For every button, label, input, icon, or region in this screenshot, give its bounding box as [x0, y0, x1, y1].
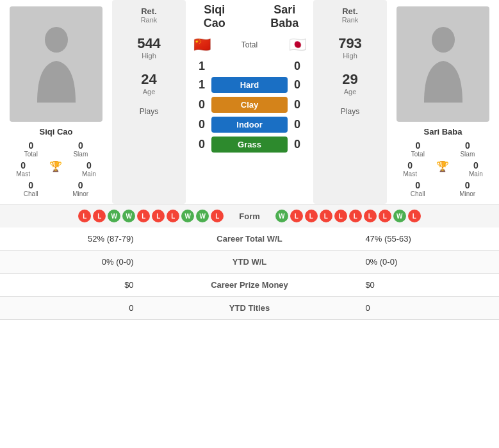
player2-plays-section: Plays	[341, 107, 359, 116]
player2-main: 0 Main	[469, 160, 483, 178]
player1-stats: 0 Total 0 Slam 0 Mast 🏆	[6, 140, 106, 197]
form-badge: L	[408, 210, 421, 222]
form-badge: L	[167, 210, 179, 222]
player1-main: 0 Main	[82, 160, 96, 178]
stat-center-label: Career Prize Money	[143, 274, 356, 297]
indoor-left: 0	[192, 118, 211, 131]
clay-btn[interactable]: Clay	[211, 97, 288, 113]
player2-slam: 0 Slam	[460, 140, 475, 158]
table-row: $0Career Prize Money$0	[0, 274, 499, 297]
form-badge: L	[334, 210, 347, 222]
player1-trophy: 🏆	[49, 160, 62, 178]
player2-high-section: 793 High	[338, 35, 362, 60]
form-badge: L	[152, 210, 165, 222]
player1-rank-section: Ret. Rank	[141, 6, 158, 24]
form-badge: W	[108, 210, 120, 222]
player1-card: Siqi Cao 0 Total 0 Slam 0 Mast	[0, 0, 112, 204]
player1-slam: 0 Slam	[73, 140, 88, 158]
stat-right-value: 0% (0-0)	[356, 251, 499, 274]
flags-row: 🇨🇳 Total 🇯🇵	[192, 37, 307, 53]
player2-name: Sari Baba	[424, 127, 462, 137]
indoor-score-row: 0 Indoor 0	[192, 117, 307, 133]
total-left: 1	[192, 60, 211, 73]
grass-right: 0	[288, 138, 307, 151]
hard-btn[interactable]: Hard	[211, 77, 288, 93]
player1-avatar	[10, 6, 102, 122]
form-badge: W	[275, 210, 288, 222]
player1-chall: 0 Chall	[24, 180, 38, 197]
player2-age-section: 29 Age	[342, 71, 357, 95]
svg-point-1	[432, 27, 455, 53]
form-badge: L	[78, 210, 91, 222]
hard-score-row: 1 Hard 0	[192, 77, 307, 93]
form-badge: W	[393, 210, 406, 222]
main-container: Siqi Cao 0 Total 0 Slam 0 Mast	[0, 0, 499, 320]
form-badge: W	[181, 210, 194, 222]
player1-stat-row2: 0 Mast 🏆 0 Main	[6, 160, 106, 178]
player1-flag: 🇨🇳	[192, 37, 211, 53]
form-badge: W	[196, 210, 209, 222]
player1-stat-row1: 0 Total 0 Slam	[6, 140, 106, 158]
player2-form-badges: WLLLLLLLWL	[275, 210, 489, 222]
player1-total: 0 Total	[24, 140, 38, 158]
form-badge: L	[364, 210, 377, 222]
player1-form-badges: LLWWLLLWWL	[10, 210, 224, 222]
stat-center-label: YTD Titles	[143, 297, 356, 320]
player2-avatar	[397, 6, 489, 122]
player1-center-name: Siqi Cao	[192, 3, 237, 30]
form-section: LLWWLLLWWL Form WLLLLLLLWL	[0, 204, 499, 228]
clay-left: 0	[192, 98, 211, 112]
center-area: Siqi Cao Sari Baba 🇨🇳 Total 🇯🇵 1 0 1 Har…	[186, 0, 313, 204]
hard-right: 0	[288, 78, 307, 92]
total-right: 0	[288, 60, 307, 73]
player1-stat-row3: 0 Chall 0 Minor	[6, 180, 106, 197]
form-label: Form	[239, 212, 260, 221]
grass-left: 0	[192, 138, 211, 151]
form-badge: L	[290, 210, 303, 222]
trophy2-icon: 🏆	[436, 160, 449, 172]
form-badge: L	[349, 210, 362, 222]
total-score-row: 1 0	[192, 60, 307, 73]
hard-left: 1	[192, 78, 211, 92]
form-badge: L	[320, 210, 332, 222]
stat-left-value: 0% (0-0)	[0, 251, 143, 274]
player2-total: 0 Total	[411, 140, 425, 158]
player2-middle-stats: Ret. Rank 793 High 29 Age Plays	[313, 0, 387, 204]
player2-minor: 0 Minor	[459, 180, 475, 197]
form-badge: L	[211, 210, 224, 222]
player1-middle-stats: Ret. Rank 544 High 24 Age Plays	[112, 0, 186, 204]
stat-center-label: Career Total W/L	[143, 228, 356, 251]
player2-mast: 0 Mast	[403, 160, 417, 178]
table-row: 0YTD Titles0	[0, 297, 499, 320]
player2-stats: 0 Total 0 Slam 0 Mast 🏆	[393, 140, 493, 197]
player1-mast: 0 Mast	[16, 160, 30, 178]
stat-right-value: $0	[356, 274, 499, 297]
indoor-btn[interactable]: Indoor	[211, 117, 288, 133]
player1-high-section: 544 High	[137, 35, 161, 60]
stat-left-value: 0	[0, 297, 143, 320]
stat-left-value: 52% (87-79)	[0, 228, 143, 251]
player2-stat-row3: 0 Chall 0 Minor	[393, 180, 493, 197]
player2-card: Sari Baba 0 Total 0 Slam 0 Mast	[387, 0, 499, 204]
clay-right: 0	[288, 98, 307, 112]
clay-score-row: 0 Clay 0	[192, 97, 307, 113]
total-label: Total	[211, 40, 288, 49]
player2-stat-row2: 0 Mast 🏆 0 Main	[393, 160, 493, 178]
stat-right-value: 0	[356, 297, 499, 320]
grass-btn[interactable]: Grass	[211, 137, 288, 153]
players-wrapper: Siqi Cao 0 Total 0 Slam 0 Mast	[0, 0, 499, 204]
form-badge: W	[122, 210, 135, 222]
indoor-right: 0	[288, 118, 307, 131]
player1-age-section: 24 Age	[141, 71, 156, 95]
stat-left-value: $0	[0, 274, 143, 297]
form-badge: L	[137, 210, 150, 222]
player2-stat-row1: 0 Total 0 Slam	[393, 140, 493, 158]
table-row: 0% (0-0)YTD W/L0% (0-0)	[0, 251, 499, 274]
player-names-row: Siqi Cao Sari Baba	[192, 3, 307, 30]
player2-center-name: Sari Baba	[263, 3, 307, 30]
form-badge: L	[305, 210, 318, 222]
stat-right-value: 47% (55-63)	[356, 228, 499, 251]
player1-minor: 0 Minor	[72, 180, 88, 197]
player1-plays-section: Plays	[140, 107, 158, 116]
form-badge: L	[93, 210, 106, 222]
